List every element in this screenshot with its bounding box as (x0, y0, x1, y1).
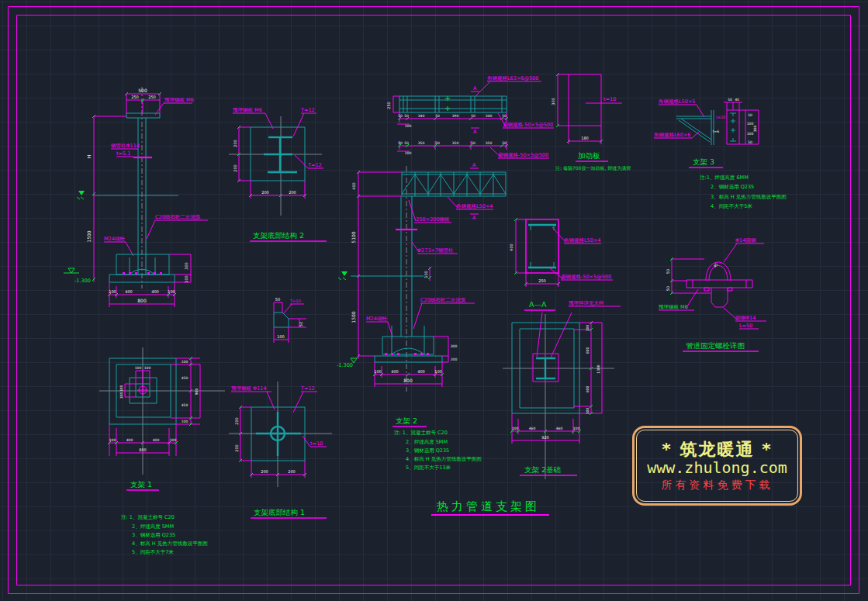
main-title-block: 热力管道支架图 (431, 499, 549, 515)
dim-text: 920 (541, 435, 549, 440)
dim-text: 1300 (597, 364, 600, 374)
note-line: 4、间距不大于5米 (711, 203, 752, 209)
support1-elevation-view: 500 250 250 预埋钢板 M6 H 钢管柱Φ114 t=5.1 1500… (64, 87, 208, 307)
dim-text: 250 (538, 278, 546, 283)
dim-text: 200 (261, 190, 269, 195)
cad-canvas: 500 250 250 预埋钢板 M6 H 钢管柱Φ114 t=5.1 1500… (0, 0, 868, 601)
dim-text: 100 (424, 271, 428, 278)
dim-text: 600 (586, 386, 590, 393)
view-title: 支架 1 (130, 480, 152, 489)
watermark-slogan: 所有资料免费下载 (662, 479, 773, 491)
annotation-label: C20细石砼二次浇筑 (155, 214, 201, 220)
annotation-label: Φ14圆钢 (735, 237, 756, 244)
dim-text: 300 (184, 262, 188, 270)
dim-text: 200 (233, 164, 237, 172)
annotation-label: -250×200钢板 (414, 216, 450, 223)
dim-text: 460 (529, 427, 536, 430)
dim-text: 5100 (351, 231, 356, 243)
support1-foundation-view: 100 100 100 100 100 450 450 100 900 100 … (99, 347, 225, 475)
dim-text: 40 (735, 98, 739, 102)
dim-text: 250 (131, 95, 139, 99)
dim-text: 100 (109, 438, 116, 442)
annotation-label: 预埋钢板 M6 (233, 107, 262, 113)
dim-text: 200 (288, 469, 296, 474)
dim-text: 50 (502, 141, 507, 145)
dim-text: 50 (398, 114, 403, 118)
dim-text: 350 (452, 141, 459, 145)
dim-text: 800 (137, 298, 147, 303)
dim-text: 200 (234, 417, 239, 425)
watermark-box: * 筑龙暖通 * www.zhulong.com 所有资料免费下载 (632, 426, 802, 506)
view-title: 支架底部结构 1 (254, 508, 305, 516)
note-line: 4、标高 H 见热力管线敷设平面图 (132, 541, 208, 547)
annotation-label: 角钢规格L50×5 (659, 98, 695, 105)
view-title: A—A (529, 300, 547, 309)
annotation-label: t=10 (310, 440, 323, 447)
annotation-label: 预埋钢板 Φ114 (231, 385, 267, 392)
dim-text: 300 (551, 98, 555, 105)
dim-text: 50 (435, 141, 440, 145)
annotation-label: M24锚栓 (366, 316, 387, 322)
dim-text: 460 (556, 427, 563, 430)
section-mark: A (473, 129, 477, 135)
watermark-url: www.zhulong.com (647, 459, 787, 477)
dim-text: 250 (386, 102, 391, 109)
annotation-label: t=5.1 (116, 150, 130, 157)
dim-text: 500 (138, 88, 147, 93)
dim-text: 400 (391, 369, 399, 374)
dim-text: 400 (417, 369, 425, 374)
dim-text: 50 (435, 114, 440, 118)
dim-text: 800 (139, 447, 147, 452)
dim-text: 50 (748, 140, 752, 144)
support2-foundation-view: 预埋件详见大样 100 600 600 100 1300 100 460 460… (503, 300, 621, 479)
dim-text: 100 (573, 427, 580, 430)
dim-text: 400 (126, 438, 133, 442)
dim-text: 50 (404, 141, 409, 145)
dim-text: H (86, 155, 92, 159)
dim-text: 200 (261, 469, 268, 474)
drawing-svg: 500 250 250 预埋钢板 M6 H 钢管柱Φ114 t=5.1 1500… (0, 0, 868, 601)
note-line: 5、间距不大于13米 (406, 465, 451, 471)
dim-text: 600 (586, 347, 590, 354)
view-title: 支架 3 (693, 157, 714, 166)
note-line: 2、焊缝高度 5MM (406, 439, 448, 445)
section-mark: A (472, 215, 476, 221)
dim-text: 1500 (86, 230, 92, 242)
note-line: 5、间距不大于7米 (132, 549, 174, 555)
watermark-brand: * 筑龙暖通 * (662, 440, 772, 459)
annotation-label: T=12 (300, 385, 315, 392)
section-aa-view: 400 250 角钢规格L50×4 扁钢规格-50×5@500 A—A (509, 218, 613, 310)
beam-elevation-view: A A 250 50 50 340 50 390 50 340 50 100 5… (386, 75, 554, 158)
view-title: 加劲板 (578, 151, 600, 160)
annotation-label: t=10 (603, 96, 616, 102)
dim-text: 100 (182, 360, 188, 364)
note-line: 3、标高 H 见热力管线敷设平面图 (711, 194, 787, 200)
dim-text: 400 (125, 289, 133, 294)
note-line: 3、钢材选用 Q235 (132, 532, 175, 538)
dim-text: 50 (502, 114, 507, 118)
dim-text: 450 (182, 403, 188, 407)
annotation-label: T=10 (289, 299, 301, 303)
dim-text: 100 (586, 408, 590, 415)
dim-text: 50 (275, 297, 280, 302)
pipe-clamp-view: 45 50 50 预埋钢板 M6 Φ14圆钢 圆钢Φ14 L=50 管道固定螺栓… (659, 237, 766, 351)
dim-text: 800 (403, 378, 413, 383)
dim-text: 390 (452, 114, 459, 118)
dim-text: 340 (486, 114, 493, 118)
view-title: 支架 2基础 (524, 465, 561, 474)
dim-text: 100 (170, 438, 177, 442)
level-text: -1.300 (337, 362, 353, 368)
note-line: 注: 1、混凝土标号 C20 (121, 514, 175, 520)
dim-text: 50 (666, 269, 670, 274)
view-title: 支架 2 (396, 416, 417, 425)
support-bottom-plate2-view: 200 200 200 200 预埋钢板 M6 T=12 T=12 支架底部结构… (229, 107, 327, 241)
dim-text: 100 (119, 385, 123, 392)
dim-text: 50 (748, 113, 752, 117)
dim-text: 100 (182, 420, 188, 423)
dim-text: 350 (418, 141, 425, 145)
dim-text: 50 (728, 98, 732, 102)
dim-text: 100 (586, 325, 590, 332)
dim-text: 900 (195, 389, 199, 395)
support2-notes: 支架 2 注: 1、混凝土标号 C20 2、焊缝高度 5MM 3、钢材选用 Q2… (393, 416, 482, 471)
annotation-label: Φ273×7钢管柱 (417, 247, 454, 254)
